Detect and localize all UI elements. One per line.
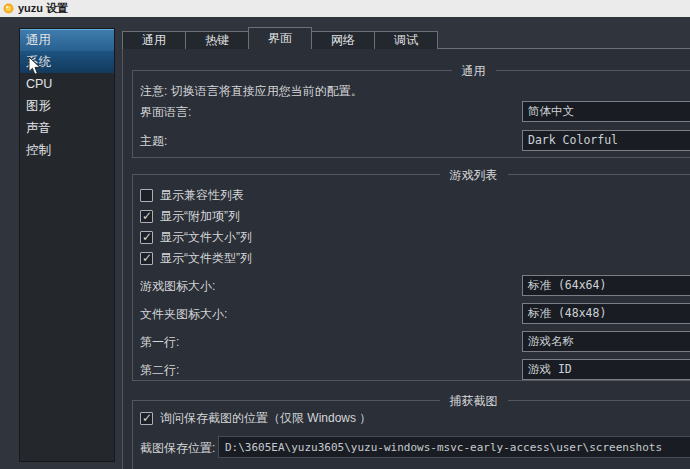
show-compat-list-checkbox-row[interactable]: 显示兼容性列表 — [140, 188, 244, 203]
checkbox-icon[interactable] — [140, 412, 153, 425]
show-filetype-column-checkbox-row[interactable]: 显示“文件类型”列 — [140, 251, 252, 266]
tab-network[interactable]: 网络 — [311, 31, 375, 49]
game-icon-size-label: 游戏图标大小: — [140, 279, 215, 293]
group-game-list-title: 游戏列表 — [440, 167, 508, 183]
ui-language-combobox[interactable]: 简体中文 — [522, 101, 690, 122]
sidebar-item-general[interactable]: 通用 — [20, 29, 114, 51]
settings-category-list: 通用 系统 CPU 图形 声音 控制 — [19, 28, 115, 462]
screenshot-path-label: 截图保存位置: — [140, 441, 215, 455]
show-size-column-checkbox-row[interactable]: 显示“文件大小”列 — [140, 230, 252, 245]
checkbox-icon[interactable] — [140, 189, 153, 202]
show-addons-column-checkbox-row[interactable]: 显示“附加项”列 — [140, 209, 240, 224]
checkbox-icon[interactable] — [140, 231, 153, 244]
sidebar-item-cpu[interactable]: CPU — [20, 73, 114, 95]
row2-text-label: 第二行: — [140, 363, 179, 377]
folder-icon-size-combobox[interactable]: 标准 (48x48) — [522, 303, 690, 324]
tab-debug[interactable]: 调试 — [374, 31, 438, 49]
ask-screenshot-path-checkbox-row[interactable]: 询问保存截图的位置（仅限 Windows ） — [140, 411, 371, 426]
sidebar-item-graphics[interactable]: 图形 — [20, 95, 114, 117]
theme-label: 主题: — [140, 134, 167, 148]
theme-combobox[interactable]: Dark Colorful — [522, 130, 690, 151]
window-titlebar: yuzu 设置 — [0, 0, 690, 17]
checkbox-label: 显示“文件类型”列 — [160, 250, 252, 267]
row1-text-combobox[interactable]: 游戏名称 — [522, 331, 690, 352]
sidebar-item-controls[interactable]: 控制 — [20, 139, 114, 161]
ui-language-label: 界面语言: — [140, 105, 191, 119]
language-change-note: 注意: 切换语言将直接应用您当前的配置。 — [140, 84, 363, 98]
checkbox-label: 显示兼容性列表 — [160, 187, 244, 204]
tab-ui[interactable]: 界面 — [248, 27, 312, 49]
group-screenshots-title: 捕获截图 — [440, 393, 508, 409]
screenshot-path-input[interactable] — [218, 436, 690, 458]
tab-hotkeys[interactable]: 热键 — [185, 31, 249, 49]
checkbox-label: 显示“文件大小”列 — [160, 229, 252, 246]
checkbox-icon[interactable] — [140, 210, 153, 223]
row2-text-combobox[interactable]: 游戏 ID — [522, 359, 690, 380]
folder-icon-size-label: 文件夹图标大小: — [140, 307, 227, 321]
tab-general[interactable]: 通用 — [122, 31, 186, 49]
checkbox-label: 显示“附加项”列 — [160, 208, 240, 225]
checkbox-icon[interactable] — [140, 252, 153, 265]
yuzu-app-icon — [3, 3, 14, 14]
mouse-cursor — [28, 56, 42, 76]
group-general-title: 通用 — [452, 63, 496, 79]
window-title: yuzu 设置 — [18, 3, 68, 14]
checkbox-label: 询问保存截图的位置（仅限 Windows ） — [160, 410, 371, 427]
row1-text-label: 第一行: — [140, 335, 179, 349]
sidebar-item-audio[interactable]: 声音 — [20, 117, 114, 139]
game-icon-size-combobox[interactable]: 标准 (64x64) — [522, 275, 690, 296]
